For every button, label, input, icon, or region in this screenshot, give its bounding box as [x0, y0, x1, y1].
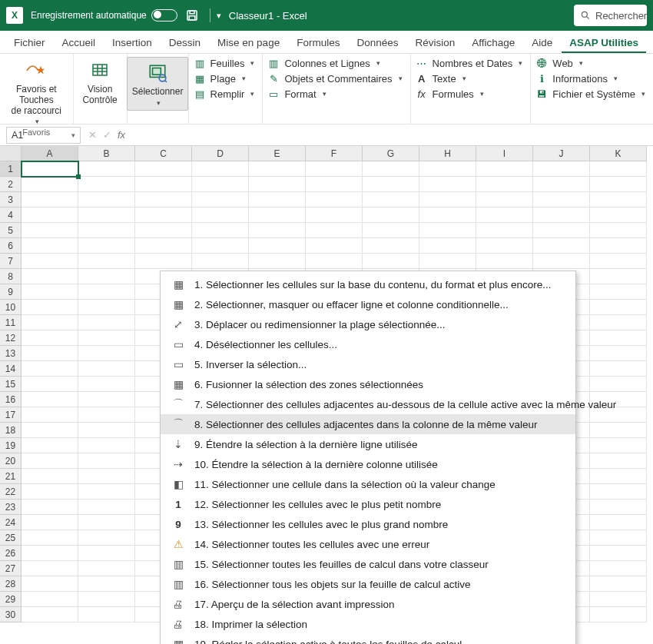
- row-header[interactable]: 13: [0, 346, 22, 361]
- menu-item-10[interactable]: ⇢10. Étendre la sélection à la dernière …: [161, 454, 575, 474]
- cell[interactable]: [590, 576, 647, 592]
- row-header[interactable]: 10: [0, 300, 22, 315]
- menu-item-3[interactable]: ⤢3. Déplacer ou redimensionner la plage …: [161, 314, 575, 334]
- row-header[interactable]: 27: [0, 561, 22, 576]
- cell[interactable]: [363, 207, 419, 223]
- cell[interactable]: [78, 484, 135, 500]
- fill-handle[interactable]: [76, 174, 81, 179]
- menu-item-5[interactable]: ▭5. Inverser la sélection...: [161, 354, 575, 374]
- cell[interactable]: [476, 192, 533, 207]
- tab-insertion[interactable]: Insertion: [104, 32, 160, 53]
- quick-access-dropdown[interactable]: ▾: [217, 11, 221, 21]
- cell[interactable]: [78, 438, 135, 453]
- cell[interactable]: [306, 207, 363, 223]
- row-header[interactable]: 3: [0, 192, 22, 207]
- cell[interactable]: [476, 223, 533, 238]
- informations-button[interactable]: ℹInformations▾: [535, 72, 618, 85]
- texte-button[interactable]: ATexte▾: [416, 72, 466, 85]
- vision-controle-button[interactable]: Vision Contrôle: [79, 57, 120, 108]
- cell[interactable]: [22, 161, 78, 177]
- cell[interactable]: [306, 177, 363, 192]
- cell[interactable]: [476, 161, 533, 177]
- cell[interactable]: [22, 592, 78, 607]
- column-header[interactable]: A: [22, 146, 78, 161]
- cell[interactable]: [78, 423, 135, 438]
- cell[interactable]: [419, 207, 476, 223]
- cell[interactable]: [533, 192, 590, 207]
- cell[interactable]: [78, 607, 135, 622]
- cell[interactable]: [22, 207, 78, 223]
- cell[interactable]: [306, 238, 363, 254]
- menu-item-9[interactable]: ⇣9. Étendre la sélection à la dernière l…: [161, 434, 575, 454]
- cell[interactable]: [590, 607, 647, 622]
- web-button[interactable]: 🌐︎Web▾: [535, 57, 583, 69]
- cell[interactable]: [192, 254, 249, 269]
- cell[interactable]: [590, 223, 647, 238]
- row-header[interactable]: 22: [0, 484, 22, 500]
- tab-formules[interactable]: Formules: [289, 32, 347, 53]
- cell[interactable]: [78, 530, 135, 546]
- cell[interactable]: [363, 254, 419, 269]
- cell[interactable]: [363, 223, 419, 238]
- cell[interactable]: [533, 238, 590, 254]
- cell[interactable]: [192, 192, 249, 207]
- menu-item-16[interactable]: ▥16. Sélectionner tous les objets sur la…: [161, 574, 575, 594]
- cell[interactable]: [249, 238, 306, 254]
- row-header[interactable]: 29: [0, 592, 22, 607]
- menu-item-17[interactable]: 🖨17. Aperçu de la sélection avant impres…: [161, 594, 575, 614]
- cell[interactable]: [78, 238, 135, 254]
- cell[interactable]: [22, 515, 78, 530]
- cell[interactable]: [78, 546, 135, 561]
- cell[interactable]: [22, 392, 78, 407]
- cell[interactable]: [22, 500, 78, 515]
- cell[interactable]: [135, 161, 192, 177]
- cell[interactable]: [192, 177, 249, 192]
- cell[interactable]: [78, 561, 135, 576]
- row-header[interactable]: 16: [0, 392, 22, 407]
- cell[interactable]: [22, 576, 78, 592]
- nombres-button[interactable]: ⋯Nombres et Dates▾: [416, 57, 523, 69]
- menu-item-4[interactable]: ▭4. Désélectionner les cellules...: [161, 334, 575, 354]
- cell[interactable]: [78, 177, 135, 192]
- cell[interactable]: [78, 207, 135, 223]
- cell[interactable]: [249, 254, 306, 269]
- cell[interactable]: [78, 346, 135, 361]
- cell[interactable]: [249, 161, 306, 177]
- cell[interactable]: [22, 407, 78, 423]
- select-all-corner[interactable]: [0, 146, 22, 161]
- cell[interactable]: [533, 254, 590, 269]
- cell[interactable]: [533, 161, 590, 177]
- cell[interactable]: [78, 500, 135, 515]
- cell[interactable]: [419, 238, 476, 254]
- cell[interactable]: [476, 254, 533, 269]
- column-header[interactable]: G: [363, 146, 419, 161]
- column-header[interactable]: D: [192, 146, 249, 161]
- row-header[interactable]: 17: [0, 407, 22, 423]
- cell[interactable]: [78, 254, 135, 269]
- cell[interactable]: [22, 223, 78, 238]
- cell[interactable]: [78, 592, 135, 607]
- cell[interactable]: [306, 254, 363, 269]
- menu-item-2[interactable]: ▦2. Sélectionner, masquer ou effacer lig…: [161, 294, 575, 314]
- cell[interactable]: [590, 346, 647, 361]
- cell[interactable]: [590, 561, 647, 576]
- remplir-button[interactable]: ▤Remplir▾: [194, 88, 255, 100]
- row-header[interactable]: 1: [0, 161, 22, 177]
- row-header[interactable]: 5: [0, 223, 22, 238]
- feuilles-button[interactable]: ▥Feuilles▾: [194, 57, 255, 69]
- cell[interactable]: [135, 207, 192, 223]
- menu-item-11[interactable]: ◧11. Sélectionner une cellule dans la sé…: [161, 474, 575, 494]
- cell[interactable]: [135, 192, 192, 207]
- cell[interactable]: [249, 177, 306, 192]
- column-header[interactable]: C: [135, 146, 192, 161]
- cell[interactable]: [306, 223, 363, 238]
- cell[interactable]: [135, 254, 192, 269]
- cell[interactable]: [419, 223, 476, 238]
- cell[interactable]: [78, 377, 135, 392]
- plage-button[interactable]: ▦Plage▾: [194, 72, 246, 85]
- menu-item-19[interactable]: ▦19. Régler la sélection active à toutes…: [161, 634, 575, 644]
- cell[interactable]: [22, 192, 78, 207]
- row-header[interactable]: 19: [0, 438, 22, 453]
- menu-item-13[interactable]: 913. Sélectionner les cellules avec le p…: [161, 514, 575, 534]
- cell[interactable]: [476, 207, 533, 223]
